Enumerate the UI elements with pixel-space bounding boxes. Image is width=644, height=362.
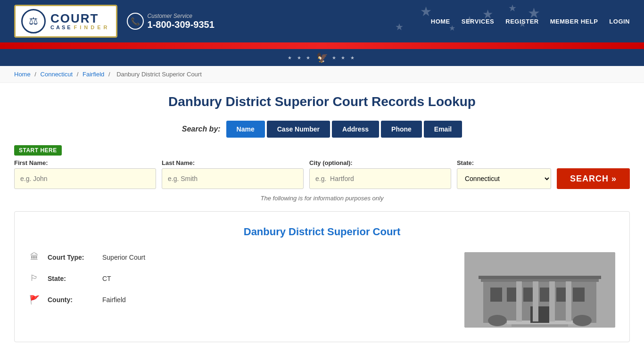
svg-point-17 bbox=[488, 315, 507, 326]
logo-text: COURT CASE FINDER bbox=[50, 12, 110, 30]
court-type-icon: 🏛 bbox=[29, 252, 40, 262]
first-name-field: First Name: bbox=[14, 159, 156, 189]
breadcrumb-connecticut[interactable]: Connecticut bbox=[41, 71, 73, 78]
county-value: Fairfield bbox=[102, 296, 126, 304]
svg-rect-7 bbox=[573, 288, 585, 302]
state-label: State: bbox=[457, 159, 551, 166]
cs-phone: 1-800-309-9351 bbox=[148, 19, 215, 30]
tab-case-number[interactable]: Case Number bbox=[267, 121, 330, 138]
logo-emblem bbox=[21, 9, 46, 33]
search-form-row: First Name: Last Name: City (optional): … bbox=[14, 159, 630, 189]
court-info-card: Danbury District Superior Court 🏛 Court … bbox=[14, 211, 630, 342]
svg-rect-16 bbox=[566, 281, 571, 321]
county-row: 🚩 County: Fairfield bbox=[29, 295, 446, 305]
disclaimer-text: The following is for information purpose… bbox=[14, 195, 630, 202]
court-type-label: Court Type: bbox=[48, 254, 95, 261]
court-type-value: Superior Court bbox=[102, 254, 145, 261]
eagle-decoration: ★ ★ ★ 🦅 ★ ★ ★ bbox=[288, 52, 356, 63]
svg-rect-13 bbox=[516, 281, 522, 321]
svg-point-18 bbox=[573, 315, 592, 326]
header-nav: HOME SERVICES REGISTER MEMBER HELP LOGIN bbox=[431, 18, 630, 25]
county-label: County: bbox=[48, 296, 95, 304]
state-field: State: Connecticut Alabama Alaska Arizon… bbox=[457, 159, 551, 189]
svg-rect-14 bbox=[533, 281, 538, 321]
svg-rect-2 bbox=[490, 288, 502, 302]
site-logo[interactable]: COURT CASE FINDER bbox=[14, 5, 117, 38]
breadcrumb-sep-2: / bbox=[77, 71, 80, 78]
county-icon: 🚩 bbox=[29, 295, 40, 305]
eagle-area: ★ ★ ★ 🦅 ★ ★ ★ bbox=[0, 49, 644, 66]
start-here-badge: START HERE bbox=[14, 145, 62, 156]
tab-email[interactable]: Email bbox=[424, 121, 462, 138]
search-button[interactable]: SEARCH » bbox=[557, 168, 630, 189]
customer-service: 📞 Customer Service 1-800-309-9351 bbox=[127, 13, 215, 30]
breadcrumb: Home / Connecticut / Fairfield / Danbury… bbox=[0, 66, 644, 83]
last-name-input[interactable] bbox=[162, 168, 304, 189]
eagle-icon: 🦅 bbox=[316, 52, 328, 63]
court-image bbox=[464, 252, 615, 328]
star-right: ★ ★ ★ bbox=[332, 55, 357, 60]
header-left: COURT CASE FINDER 📞 Customer Service 1-8… bbox=[14, 5, 215, 38]
first-name-input[interactable] bbox=[14, 168, 156, 189]
state-label-card: State: bbox=[48, 275, 95, 282]
breadcrumb-home[interactable]: Home bbox=[14, 71, 31, 78]
nav-services[interactable]: SERVICES bbox=[462, 18, 495, 25]
tab-name[interactable]: Name bbox=[226, 121, 265, 138]
state-select[interactable]: Connecticut Alabama Alaska Arizona Calif… bbox=[457, 168, 551, 189]
search-by-row: Search by: Name Case Number Address Phon… bbox=[14, 121, 630, 138]
city-label: City (optional): bbox=[309, 159, 451, 166]
last-name-field: Last Name: bbox=[162, 159, 304, 189]
courthouse-illustration bbox=[464, 252, 615, 328]
search-by-label: Search by: bbox=[182, 125, 221, 133]
nav-member-help[interactable]: MEMBER HELP bbox=[550, 18, 598, 25]
last-name-label: Last Name: bbox=[162, 159, 304, 166]
city-input[interactable] bbox=[309, 168, 451, 189]
logo-court-word: COURT bbox=[50, 12, 110, 25]
search-tabs: Name Case Number Address Phone Email bbox=[226, 121, 462, 138]
logo-finder-word: FINDER bbox=[74, 25, 110, 30]
phone-icon: 📞 bbox=[127, 13, 144, 30]
court-card-title: Danbury District Superior Court bbox=[29, 226, 615, 238]
red-banner bbox=[0, 42, 644, 49]
breadcrumb-sep-3: / bbox=[108, 71, 112, 78]
breadcrumb-fairfield[interactable]: Fairfield bbox=[83, 71, 104, 78]
cs-text: Customer Service 1-800-309-9351 bbox=[148, 13, 215, 30]
nav-login[interactable]: LOGIN bbox=[609, 18, 630, 25]
court-type-row: 🏛 Court Type: Superior Court bbox=[29, 252, 446, 262]
nav-register[interactable]: REGISTER bbox=[505, 18, 538, 25]
city-field: City (optional): bbox=[309, 159, 451, 189]
logo-case-word: CASE bbox=[50, 25, 73, 30]
state-value: CT bbox=[102, 275, 111, 282]
svg-rect-9 bbox=[479, 276, 601, 279]
nav-home[interactable]: HOME bbox=[431, 18, 450, 25]
state-icon: 🏳 bbox=[29, 273, 40, 283]
first-name-label: First Name: bbox=[14, 159, 156, 166]
breadcrumb-sep-1: / bbox=[34, 71, 38, 78]
star-left: ★ ★ ★ bbox=[288, 55, 313, 60]
court-details: 🏛 Court Type: Superior Court 🏳 State: CT… bbox=[29, 252, 615, 328]
main-content: Danbury District Superior Court Records … bbox=[0, 83, 644, 354]
site-header: ★ ★ ★ ★ ★ ★ ★ ★ COURT CASE FINDER 📞 Cust… bbox=[0, 0, 644, 42]
state-row: 🏳 State: CT bbox=[29, 273, 446, 283]
tab-address[interactable]: Address bbox=[332, 121, 379, 138]
court-info-list: 🏛 Court Type: Superior Court 🏳 State: CT… bbox=[29, 252, 446, 328]
tab-phone[interactable]: Phone bbox=[381, 121, 422, 138]
cs-label: Customer Service bbox=[148, 13, 215, 19]
breadcrumb-current: Danbury District Superior Court bbox=[116, 71, 202, 78]
svg-rect-15 bbox=[549, 281, 555, 321]
page-title: Danbury District Superior Court Records … bbox=[14, 94, 630, 109]
